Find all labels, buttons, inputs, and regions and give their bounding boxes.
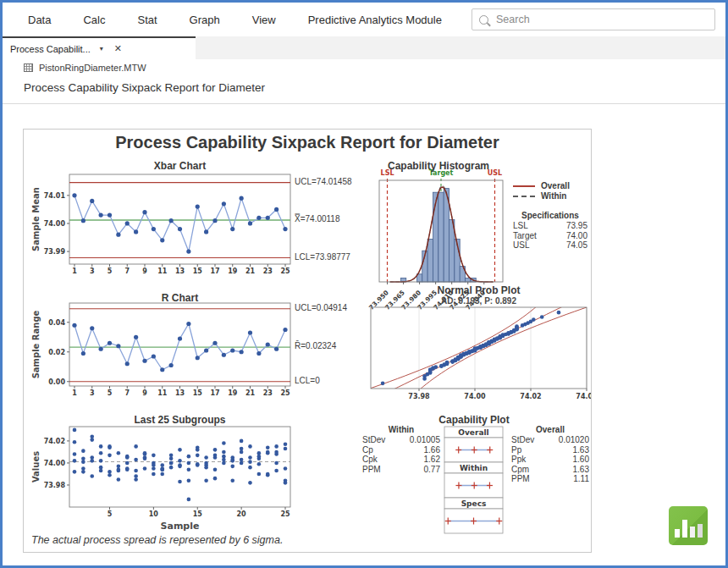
overall-row-ppk: Ppk1.60 xyxy=(511,455,589,465)
minitab-graph-icon[interactable] xyxy=(669,506,708,545)
svg-text:74.00: 74.00 xyxy=(44,460,66,467)
svg-text:0.00: 0.00 xyxy=(48,378,65,386)
spec-row-target: Target74.00 xyxy=(513,231,587,241)
overall-line-swatch xyxy=(513,185,535,187)
overall-stats-table: Overall StDev0.01020 Pp1.63 Ppk1.60 Cpm1… xyxy=(511,425,589,484)
within-row-ppm: PPM0.77 xyxy=(362,465,440,475)
svg-text:73.98: 73.98 xyxy=(44,482,66,489)
within-stats-title: Within xyxy=(362,425,440,434)
worksheet-link[interactable]: PistonRingDiameter.MTW xyxy=(24,62,146,74)
menu-item-calc[interactable]: Calc xyxy=(83,14,105,26)
svg-text:0.04: 0.04 xyxy=(48,319,65,327)
specifications-table: Specifications LSL73.95 Target74.00 USL7… xyxy=(513,211,587,251)
icon-bar xyxy=(675,529,680,538)
svg-text:19: 19 xyxy=(228,267,238,275)
svg-text:0.02: 0.02 xyxy=(48,349,65,356)
svg-text:25: 25 xyxy=(280,510,290,518)
report-title: Process Capability Sixpack Report for Di… xyxy=(24,133,591,152)
svg-text:21: 21 xyxy=(245,267,256,275)
svg-text:5: 5 xyxy=(108,267,113,275)
report-canvas[interactable]: 74.0174.0073.99135791113151719212325Samp… xyxy=(23,129,592,553)
r-center-label: R̄=0.02324 xyxy=(295,341,336,350)
tab-process-capability[interactable]: Process Capabilit... ▾ ✕ xyxy=(3,36,196,59)
report-footnote: The actual process spread is represented… xyxy=(31,534,283,546)
svg-text:Sample Mean: Sample Mean xyxy=(31,187,41,251)
histogram-title: Capability Histogram xyxy=(362,160,515,172)
svg-text:1: 1 xyxy=(72,389,77,397)
menu-item-predictive-analytics-module[interactable]: Predictive Analytics Module xyxy=(308,14,442,26)
svg-text:15: 15 xyxy=(193,267,203,275)
svg-text:Values: Values xyxy=(31,451,41,483)
svg-text:Overall: Overall xyxy=(458,428,488,437)
svg-text:Specs: Specs xyxy=(461,499,487,508)
svg-text:5: 5 xyxy=(108,389,113,397)
svg-text:5: 5 xyxy=(108,510,113,518)
worksheet-grid-icon xyxy=(24,63,33,72)
xbar-center-label: X̿=74.00118 xyxy=(295,214,339,223)
r-ucl-label: UCL=0.04914 xyxy=(295,303,347,312)
tab-bar: Process Capabilit... ▾ ✕ xyxy=(3,36,725,59)
menu-item-view[interactable]: View xyxy=(252,14,276,26)
icon-bar xyxy=(698,524,703,538)
menu-item-data[interactable]: Data xyxy=(28,14,51,26)
svg-text:19: 19 xyxy=(228,389,238,397)
svg-text:11: 11 xyxy=(157,267,168,275)
search-icon xyxy=(479,15,488,25)
svg-text:74.00: 74.00 xyxy=(44,220,66,228)
svg-text:74.01: 74.01 xyxy=(44,192,66,200)
histogram-legend: Overall Within xyxy=(513,181,570,201)
minitab-window: Data Calc Stat Graph View Predictive Ana… xyxy=(0,0,728,568)
svg-text:3: 3 xyxy=(90,267,95,275)
svg-text:Sample: Sample xyxy=(161,521,200,532)
svg-text:11: 11 xyxy=(157,389,168,397)
svg-text:7: 7 xyxy=(124,389,130,397)
svg-text:10: 10 xyxy=(149,510,159,518)
svg-text:21: 21 xyxy=(245,389,256,397)
spec-row-usl: USL74.05 xyxy=(513,240,587,251)
within-stats-table: Within StDev0.01005 Cp1.66 Cpk1.62 PPM0.… xyxy=(362,425,440,474)
worksheet-name: PistonRingDiameter.MTW xyxy=(39,63,146,73)
svg-text:74.00: 74.00 xyxy=(464,393,486,400)
within-row-cp: Cp1.66 xyxy=(362,445,440,455)
svg-text:17: 17 xyxy=(210,267,219,275)
svg-text:13: 13 xyxy=(175,267,185,275)
chevron-down-icon[interactable]: ▾ xyxy=(100,45,103,52)
spec-row-lsl: LSL73.95 xyxy=(513,221,587,231)
close-icon[interactable]: ✕ xyxy=(114,43,122,54)
svg-text:Sample Range: Sample Range xyxy=(31,310,41,378)
svg-text:3: 3 xyxy=(90,389,95,397)
legend-overall-label: Overall xyxy=(541,181,570,191)
overall-row-pp: Pp1.63 xyxy=(511,445,589,455)
overall-row-ppm: PPM1.11 xyxy=(511,474,589,484)
svg-text:20: 20 xyxy=(237,510,247,518)
prob-plot-title: Normal Prob Plot xyxy=(371,284,587,296)
icon-bar xyxy=(682,520,687,538)
menu-item-stat[interactable]: Stat xyxy=(137,14,157,26)
overall-row-stdev: StDev0.01020 xyxy=(511,435,589,445)
menu-item-graph[interactable]: Graph xyxy=(190,14,220,26)
svg-text:Within: Within xyxy=(460,464,488,472)
r-chart-title: R Chart xyxy=(69,292,290,304)
svg-text:15: 15 xyxy=(193,389,203,397)
xbar-lcl-label: LCL=73.98777 xyxy=(295,252,350,262)
last25-title: Last 25 Subgroups xyxy=(69,414,290,426)
svg-text:1: 1 xyxy=(72,267,77,275)
svg-text:73.98: 73.98 xyxy=(408,393,430,400)
search-input[interactable] xyxy=(494,13,708,26)
svg-text:15: 15 xyxy=(193,510,203,518)
legend-overall: Overall xyxy=(513,181,570,191)
svg-text:73.99: 73.99 xyxy=(44,248,66,256)
tab-label: Process Capabilit... xyxy=(10,44,91,54)
page-title: Process Capability Sixpack Report for Di… xyxy=(24,81,265,94)
svg-text:74.02: 74.02 xyxy=(44,438,65,445)
svg-text:23: 23 xyxy=(263,267,273,275)
header-divider xyxy=(3,103,725,104)
svg-text:7: 7 xyxy=(124,267,130,275)
svg-text:9: 9 xyxy=(142,389,147,397)
svg-text:74.02: 74.02 xyxy=(520,393,541,400)
svg-text:9: 9 xyxy=(142,267,147,275)
overall-stats-title: Overall xyxy=(511,425,589,434)
legend-within-label: Within xyxy=(541,191,566,201)
search-box[interactable] xyxy=(472,8,715,30)
legend-within: Within xyxy=(513,191,570,201)
